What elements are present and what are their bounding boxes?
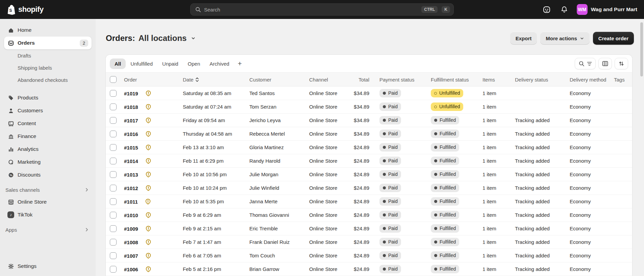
column-header-payment-status[interactable]: Payment status [370,77,427,83]
row-checkbox[interactable] [110,144,117,151]
table-row[interactable]: #1010 Feb 9 at 6:29 am Thomas Giovanni O… [106,208,632,222]
column-header-channel[interactable]: Channel [306,77,346,83]
order-number-link[interactable]: #1008 [124,239,138,245]
column-header-delivery-method[interactable]: Delivery method [566,77,611,83]
tiktok-icon: ♪ [7,211,14,218]
sidebar-item-orders[interactable]: Orders 2 [4,37,92,49]
sidebar-item-drafts[interactable]: Drafts [4,49,92,62]
shopify-logo[interactable]: S shopify [7,4,44,15]
shortcut-key-k: K [442,6,450,13]
row-checkbox[interactable] [110,171,117,178]
add-view-button[interactable]: + [234,58,246,69]
filter-icon [587,62,592,66]
search-and-filter-button[interactable] [575,58,596,69]
sidebar-item-settings[interactable]: Settings [4,260,92,273]
row-checkbox[interactable] [110,212,117,218]
tab-all[interactable]: All [110,59,126,69]
select-all-checkbox[interactable] [110,76,117,83]
table-row[interactable]: #1019 Saturday at 08:35 am Ted Santos On… [106,87,632,100]
order-number-link[interactable]: #1014 [124,158,138,164]
global-search[interactable]: CTRL K [190,3,454,16]
export-button[interactable]: Export [510,32,537,45]
row-checkbox[interactable] [110,239,117,246]
order-number-link[interactable]: #1011 [124,199,138,205]
row-checkbox[interactable] [110,158,117,164]
store-account-menu[interactable]: WM Wag and Purr Mart [577,4,637,15]
fulfillment-status-badge: Fulfilled [431,251,459,259]
column-header-tags[interactable]: Tags [611,77,632,83]
row-checkbox[interactable] [110,185,117,191]
column-header-date[interactable]: Date [179,77,246,83]
order-number-link[interactable]: #1017 [124,118,138,123]
notifications-bell-icon[interactable] [559,4,569,15]
column-header-date-label: Date [183,77,194,83]
table-row[interactable]: #1012 Feb 10 at 10:24 pm Julie Winfield … [106,181,632,195]
table-row[interactable]: #1013 Feb 10 at 10:56 pm Julie Morgan On… [106,168,632,181]
sidebar-item-abandoned-checkouts[interactable]: Abandoned checkouts [4,74,92,86]
order-delivery-method: Economy [566,199,611,204]
table-row[interactable]: #1009 Feb 9 at 2:15 am Eric Tremble Onli… [106,222,632,235]
sidebar-item-home[interactable]: Home [4,24,92,37]
table-row[interactable]: #1016 Thursday at 04:58 am Rebecca Merte… [106,127,632,141]
row-checkbox[interactable] [110,225,117,232]
order-number-link[interactable]: #1012 [124,185,138,191]
row-checkbox[interactable] [110,104,117,110]
order-delivery-status: Tracking added [512,266,566,272]
order-number-link[interactable]: #1016 [124,131,138,137]
tab-archived[interactable]: Archived [205,59,234,69]
sidebar-item-analytics[interactable]: Analytics [4,143,92,156]
sidebar-item-finance[interactable]: Finance [4,130,92,143]
order-number-link[interactable]: #1009 [124,226,138,232]
table-row[interactable]: #1011 Feb 10 at 5:35 pm Janna Merte Onli… [106,195,632,208]
order-number-link[interactable]: #1015 [124,145,138,151]
table-row[interactable]: #1008 Feb 7 at 1:47 am Frank Daniel Ruiz… [106,235,632,249]
tab-unfulfilled[interactable]: Unfulfilled [126,59,157,69]
row-checkbox[interactable] [110,266,117,273]
sidebar-item-online-store[interactable]: Online Store [4,196,92,208]
page-scrollbar[interactable] [640,22,643,76]
column-header-total[interactable]: Total [346,77,370,83]
search-input[interactable] [204,7,419,13]
apps-section[interactable]: Apps [4,224,92,235]
table-row[interactable]: #1018 Saturday at 07:24 am Tom Serzan On… [106,100,632,114]
edit-columns-button[interactable] [598,58,612,69]
table-row[interactable]: #1017 Friday at 09:54 am Jericho Leyva O… [106,114,632,127]
table-row[interactable]: #1014 Feb 11 at 6:29 pm Randy Harold Onl… [106,154,632,168]
more-actions-button[interactable]: More actions [540,32,590,45]
sidekick-icon[interactable] [542,4,552,15]
row-checkbox[interactable] [110,117,117,124]
tab-unpaid[interactable]: Unpaid [157,59,183,69]
order-number-link[interactable]: #1018 [124,104,138,110]
table-row[interactable]: #1006 Feb 5 at 2:16 pm Brian Garrow Onli… [106,262,632,276]
create-order-button[interactable]: Create order [593,32,634,45]
order-number-link[interactable]: #1010 [124,212,138,218]
location-filter-dropdown[interactable]: Orders: All locations [106,33,197,43]
column-header-customer[interactable]: Customer [246,77,306,83]
order-number-link[interactable]: #1007 [124,253,138,259]
column-header-delivery-status[interactable]: Delivery status [512,77,566,83]
sales-channels-section[interactable]: Sales channels [4,184,92,196]
order-number-link[interactable]: #1019 [124,91,138,96]
row-checkbox[interactable] [110,131,117,137]
row-checkbox[interactable] [110,90,117,97]
order-number-link[interactable]: #1006 [124,267,138,272]
table-row[interactable]: #1007 Feb 6 at 7:05 am Tom Couch Online … [106,249,632,262]
sidebar-item-discounts[interactable]: % Discounts [4,168,92,181]
sidebar-item-tiktok[interactable]: ♪ TikTok [4,208,92,221]
order-number-link[interactable]: #1013 [124,172,138,178]
column-header-items[interactable]: Items [479,77,512,83]
column-header-fulfillment-status[interactable]: Fulfillment status [427,77,479,83]
row-checkbox[interactable] [110,252,117,259]
row-checkbox[interactable] [110,198,117,205]
sidebar-item-marketing[interactable]: Marketing [4,156,92,168]
table-row[interactable]: #1015 Feb 13 at 3:10 am Gloria Martinez … [106,141,632,154]
sidebar-item-label: Customers [18,108,88,114]
sidebar-item-shipping-labels[interactable]: Shipping labels [4,62,92,74]
column-header-order[interactable]: Order [121,77,179,83]
tab-open[interactable]: Open [183,59,205,69]
sidebar-item-content[interactable]: Content [4,117,92,130]
sidebar-item-customers[interactable]: Customers [4,104,92,117]
sidebar-item-products[interactable]: Products [4,91,92,104]
sort-button[interactable] [615,58,628,69]
order-total: $34.89 [346,117,370,123]
